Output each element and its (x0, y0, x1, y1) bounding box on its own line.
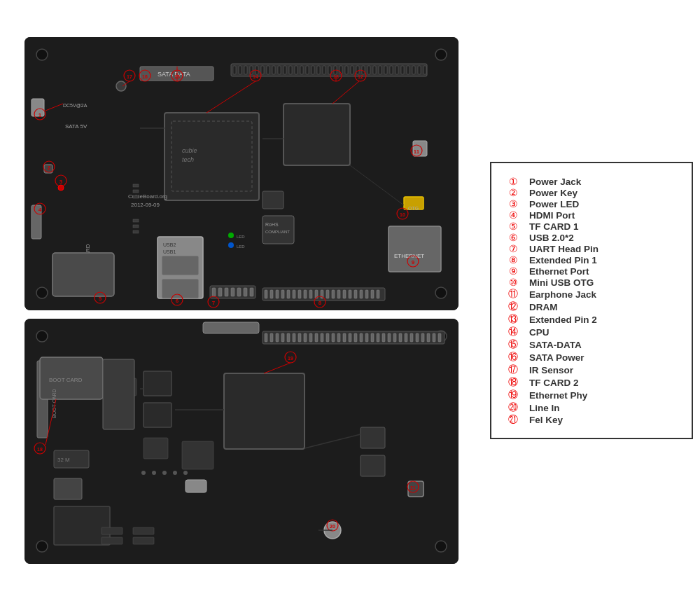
svg-rect-31 (351, 66, 354, 74)
svg-rect-61 (388, 226, 441, 272)
svg-rect-98 (360, 290, 363, 298)
svg-rect-43 (418, 66, 421, 74)
legend-item: ⑰ IR Sensor (505, 364, 678, 376)
svg-rect-15 (261, 66, 264, 74)
legend-label: IR Sensor (529, 365, 573, 375)
svg-rect-89 (309, 290, 312, 298)
legend-label: SATA Power (529, 352, 584, 363)
svg-text:5: 5 (99, 296, 102, 302)
legend-number: ⑭ (505, 326, 521, 338)
svg-rect-209 (54, 478, 82, 499)
legend-number: ⑫ (505, 300, 521, 313)
svg-rect-114 (133, 225, 139, 228)
legend-number: ㉑ (505, 414, 521, 425)
legend-item: ⑲ Ethernet Phy (505, 389, 678, 401)
legend-item: ⑪ Earphone Jack (505, 288, 678, 300)
legend-number: ⑩ (505, 277, 521, 288)
svg-rect-170 (304, 333, 307, 342)
svg-rect-37 (384, 66, 387, 74)
legend-number: ⑮ (505, 338, 521, 351)
svg-rect-214 (360, 427, 385, 448)
legend-label: DRAM (529, 302, 558, 312)
svg-point-238 (183, 471, 188, 475)
svg-text:11: 11 (414, 149, 419, 154)
svg-rect-215 (360, 455, 385, 476)
svg-text:18: 18 (37, 447, 43, 452)
svg-rect-74 (218, 288, 222, 296)
svg-text:3: 3 (59, 179, 63, 185)
svg-rect-166 (281, 333, 284, 342)
legend-label: Earphone Jack (529, 289, 596, 300)
legend-item: ⑩ Mini USB OTG (505, 277, 678, 288)
svg-rect-34 (368, 66, 370, 74)
svg-rect-30 (345, 66, 348, 74)
svg-rect-211 (186, 480, 206, 492)
legend-number: ⑧ (505, 254, 521, 265)
svg-rect-115 (133, 230, 139, 233)
svg-rect-189 (410, 333, 413, 342)
svg-text:OTG: OTG (408, 206, 419, 211)
svg-point-2 (435, 49, 447, 60)
svg-rect-192 (427, 333, 430, 342)
svg-rect-187 (399, 333, 402, 342)
svg-text:2: 2 (48, 165, 51, 171)
legend-label: Fel Key (529, 415, 563, 425)
svg-text:USB2: USB2 (163, 242, 176, 247)
svg-rect-219 (102, 537, 122, 544)
svg-rect-18 (278, 66, 281, 74)
svg-rect-181 (365, 333, 368, 342)
legend-number: ① (505, 176, 521, 187)
board-container: SATA DATA SATA 5V DC5V@2A (24, 37, 458, 564)
svg-rect-177 (343, 333, 346, 342)
svg-text:4: 4 (38, 207, 42, 213)
legend-number: ⑲ (505, 389, 521, 401)
svg-rect-110 (133, 184, 139, 187)
legend-item: ⑨ Ethernet Port (505, 265, 678, 277)
svg-text:9: 9 (412, 259, 415, 265)
svg-text:cubie: cubie (182, 147, 197, 154)
svg-text:21: 21 (410, 485, 416, 490)
svg-rect-35 (373, 66, 376, 74)
legend-number: ⑪ (505, 288, 521, 300)
svg-rect-79 (250, 288, 253, 296)
legend-number: ⑱ (505, 376, 521, 389)
svg-rect-12 (244, 66, 247, 74)
svg-point-3 (36, 287, 48, 298)
svg-rect-165 (276, 333, 279, 342)
legend-item: ③ Power LED (505, 198, 678, 209)
svg-text:1: 1 (38, 112, 42, 118)
legend-item: ⑥ USB 2.0*2 (505, 232, 678, 243)
board-bottom: BOOT CARD BOOT CARD 32 M (24, 319, 458, 564)
svg-rect-24 (312, 66, 314, 74)
svg-rect-38 (390, 66, 393, 74)
legend-item: ⑱ TF CARD 2 (505, 376, 678, 389)
legend-label: Extended Pin 1 (529, 255, 597, 265)
svg-rect-78 (244, 288, 247, 296)
svg-rect-112 (133, 195, 139, 198)
svg-rect-92 (326, 290, 329, 298)
svg-rect-193 (433, 333, 435, 342)
legend-item: ① Power Jack (505, 176, 678, 187)
svg-rect-39 (396, 66, 398, 74)
legend-number: ⑦ (505, 243, 521, 254)
svg-rect-171 (309, 333, 312, 342)
legend-label: Line In (529, 403, 560, 413)
svg-rect-191 (421, 333, 424, 342)
svg-point-160 (435, 541, 447, 552)
svg-text:14: 14 (253, 74, 258, 79)
svg-rect-85 (287, 290, 290, 298)
svg-rect-190 (416, 333, 419, 342)
svg-rect-113 (133, 219, 139, 222)
svg-rect-175 (332, 333, 335, 342)
svg-text:USB1: USB1 (163, 249, 176, 254)
svg-rect-218 (102, 527, 122, 534)
legend-panel: ① Power Jack ② Power Key ③ Power LED ④ H… (490, 162, 693, 439)
svg-point-157 (36, 331, 48, 342)
svg-rect-97 (354, 290, 357, 298)
legend-label: Ethernet Port (529, 266, 589, 277)
svg-rect-42 (412, 66, 415, 74)
svg-rect-57 (284, 104, 350, 165)
legend-label: HDMI Port (529, 210, 575, 221)
legend-number: ⑰ (505, 364, 521, 376)
svg-rect-173 (321, 333, 323, 342)
